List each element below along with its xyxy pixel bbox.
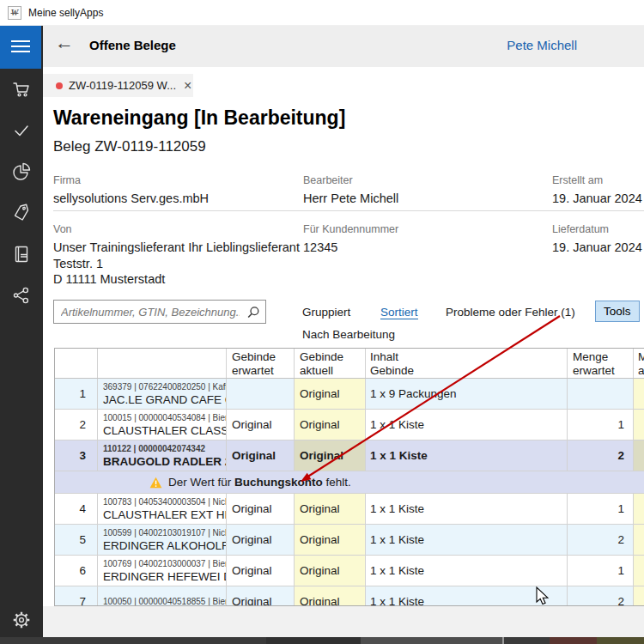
article-name: CLAUSTHALER CLASSIC2... (103, 423, 227, 438)
back-arrow-icon[interactable]: ← (55, 32, 74, 54)
book-icon[interactable] (11, 244, 32, 264)
pie-chart-icon[interactable] (11, 161, 32, 182)
cell-inhalt: 1 x 1 Kiste (366, 525, 568, 555)
header-rownum (55, 349, 98, 378)
header-inhalt-gebinde: Inhalt Gebinde (366, 349, 568, 378)
probleme-oder-fehler-link[interactable]: Probleme oder Fehler (1) (446, 306, 575, 319)
table-row[interactable]: 6 100769 | 04002103000037 | Bier... ERDI… (55, 556, 644, 586)
taskbar-segment (266, 637, 361, 644)
cell-menge-aktuell[interactable] (634, 525, 644, 555)
cell-menge-erwartet: 1 (568, 494, 634, 524)
warning-suffix: fehlt. (323, 476, 351, 489)
cell-gebinde-aktuell[interactable]: Original (295, 494, 366, 524)
share-network-icon[interactable] (11, 285, 32, 306)
header-label: Menge aktuell (638, 350, 644, 378)
cell-gebinde-aktuell[interactable]: Original (295, 440, 366, 471)
von-value-line3: D 11111 Musterstadt (53, 272, 165, 286)
cell-menge-aktuell[interactable] (634, 379, 644, 409)
header-menge-erwartet: Menge erwartet (568, 349, 634, 378)
article-search-box (53, 300, 266, 324)
cell-menge-aktuell[interactable] (634, 494, 644, 524)
cell-gebinde-aktuell[interactable]: Original (295, 586, 366, 606)
warning-field-name: Buchungskonto (234, 476, 323, 489)
nav-sidebar (0, 26, 43, 637)
cell-menge-erwartet: 1 (568, 556, 634, 586)
sortiert-link[interactable]: Sortiert (380, 306, 418, 319)
header-menge-aktuell: Menge aktuell (634, 349, 644, 378)
cell-menge-aktuell[interactable] (634, 440, 644, 471)
table-row[interactable]: 7 100050 | 00000040518855 | Bier... Orig… (55, 586, 644, 606)
cell-inhalt: 1 x 1 Kiste (366, 440, 568, 471)
cell-menge-erwartet (568, 379, 634, 409)
cell-inhalt: 1 x 1 Kiste (366, 586, 568, 606)
cell-article: 100599 | 04002103019107 | Nich... ERDING… (98, 525, 227, 555)
cell-inhalt: 1 x 1 Kiste (366, 410, 568, 440)
price-tag-icon[interactable] (11, 203, 32, 223)
cell-rownum: 7 (55, 586, 98, 606)
cell-gebinde-erwartet: Original (227, 586, 295, 606)
warning-prefix: Der Wert für (168, 476, 234, 489)
table-row[interactable]: 5 100599 | 04002103019107 | Nich... ERDI… (55, 525, 644, 556)
hamburger-bar (11, 40, 30, 42)
von-value-line1: Unser Trainingslieferant Ihr Lieblingsli… (53, 240, 300, 254)
cell-menge-erwartet: 1 (568, 410, 634, 440)
hamburger-menu-icon[interactable] (0, 26, 41, 69)
article-name: JAC.LE GRAND CAFE CRE... (103, 392, 227, 407)
header-gebinde-aktuell: Gebinde aktuell (295, 349, 366, 378)
article-code: 100769 | 04002103000037 | Bier... (103, 558, 227, 569)
cell-menge-aktuell[interactable] (634, 410, 644, 440)
header-gebinde-erwartet: Gebinde erwartet (227, 349, 295, 378)
cell-inhalt: 1 x 1 Kiste (366, 494, 568, 524)
tab-label: ZW-0119-112059 W... (69, 79, 176, 92)
field-divider (53, 210, 644, 211)
cell-menge-aktuell[interactable] (634, 586, 644, 606)
header-label: Inhalt Gebinde (370, 350, 414, 378)
tools-button[interactable]: Tools (595, 301, 640, 322)
table-row-selected[interactable]: 3 110122 | 00000042074342 BRAUGOLD RADLE… (55, 440, 644, 471)
checkmark-icon[interactable] (11, 120, 32, 141)
cell-menge-aktuell[interactable] (634, 556, 644, 586)
cell-gebinde-erwartet: Original (227, 410, 295, 440)
sort-mode-value: Nach Bearbeitung (302, 328, 395, 341)
title-bar: W Meine sellyApps (0, 0, 644, 26)
search-input[interactable] (54, 301, 265, 323)
article-name: BRAUGOLD RADLER 20... (103, 454, 227, 469)
cell-article: 100769 | 04002103000037 | Bier... ERDING… (98, 556, 227, 586)
header-label: Gebinde erwartet (232, 350, 276, 378)
header-article (98, 349, 227, 378)
cell-gebinde-aktuell[interactable]: Original (295, 556, 366, 586)
search-icon[interactable] (246, 306, 260, 319)
cell-article: 100783 | 04053400003504 | Nich... CLAUST… (98, 494, 227, 524)
user-account-link[interactable]: Pete Michell (507, 38, 577, 52)
cell-gebinde-aktuell[interactable]: Original (295, 379, 366, 409)
shopping-cart-icon[interactable] (11, 79, 32, 100)
unsaved-dot-icon (56, 82, 63, 89)
bearbeiter-value: Herr Pete Michell (303, 191, 398, 205)
cell-gebinde-erwartet (227, 379, 295, 409)
cell-rownum: 6 (55, 556, 98, 586)
erstellt-am-value: 19. Januar 2024 11:20 (552, 191, 644, 205)
page-title: Wareneingang [In Bearbeitung] (53, 106, 345, 130)
settings-gear-icon[interactable] (11, 610, 32, 630)
article-name: ERDINGER HEFEWEI DKL... (103, 569, 227, 584)
cell-inhalt: 1 x 1 Kiste (366, 556, 568, 586)
gruppiert-link[interactable]: Gruppiert (302, 306, 350, 319)
cell-gebinde-aktuell[interactable]: Original (295, 525, 366, 555)
article-name: CLAUSTHALER EXT HERB... (103, 507, 227, 522)
close-icon[interactable]: × (184, 80, 191, 92)
table-row[interactable]: 2 100015 | 00000040534084 | Bier... CLAU… (55, 410, 644, 440)
table-row[interactable]: 4 100783 | 04053400003504 | Nich... CLAU… (55, 494, 644, 525)
document-tab[interactable]: ZW-0119-112059 W... × (43, 74, 193, 97)
cell-menge-erwartet: 2 (568, 525, 634, 555)
cell-article: 110122 | 00000042074342 BRAUGOLD RADLER … (98, 440, 227, 471)
cell-menge-erwartet: 2 (568, 586, 634, 606)
cell-rownum: 5 (55, 525, 98, 555)
cell-gebinde-aktuell[interactable]: Original (295, 410, 366, 440)
cell-rownum: 2 (55, 410, 98, 440)
cell-article: 100015 | 00000040534084 | Bier... CLAUST… (98, 410, 227, 440)
row-warning: Der Wert für Buchungskonto fehlt. (55, 471, 644, 494)
article-code: 100015 | 00000040534084 | Bier... (103, 412, 227, 423)
table-row[interactable]: 1 369379 | 07622400820250 | Kaff... JAC.… (55, 379, 644, 410)
cell-gebinde-erwartet: Original (227, 556, 295, 586)
bearbeiter-label: Bearbeiter (303, 174, 353, 186)
